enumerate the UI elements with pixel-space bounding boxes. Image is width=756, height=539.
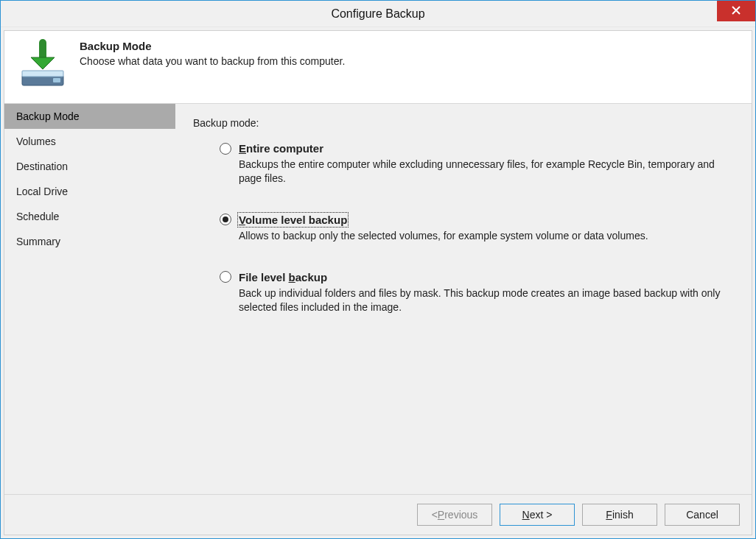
wizard-footer: < Previous Next > Finish Cancel bbox=[4, 494, 752, 535]
svg-rect-2 bbox=[53, 78, 60, 82]
header-text: Backup Mode Choose what data you want to… bbox=[80, 38, 345, 91]
next-button[interactable]: Next > bbox=[500, 504, 575, 526]
sidebar-item-backup-mode[interactable]: Backup Mode bbox=[4, 104, 175, 129]
previous-button: < Previous bbox=[417, 504, 492, 526]
cancel-button[interactable]: Cancel bbox=[665, 504, 740, 526]
option-volume-level: Volume level backup Allows to backup onl… bbox=[220, 214, 740, 243]
option-desc-volume-level: Allows to backup only the selected volum… bbox=[239, 229, 725, 243]
sidebar-item-local-drive[interactable]: Local Drive bbox=[4, 179, 175, 204]
option-row: Volume level backup bbox=[220, 214, 740, 226]
sidebar-item-summary[interactable]: Summary bbox=[4, 229, 175, 254]
wizard-window: Configure Backup Backup Mode bbox=[0, 0, 756, 539]
wizard-body: Backup Mode Volumes Destination Local Dr… bbox=[4, 104, 752, 494]
option-title-entire-computer[interactable]: Entire computer bbox=[239, 142, 323, 155]
sidebar-item-schedule[interactable]: Schedule bbox=[4, 204, 175, 229]
option-file-level: File level backup Back up individual fol… bbox=[220, 271, 740, 314]
radio-file-level[interactable] bbox=[220, 271, 231, 283]
backup-drive-icon bbox=[16, 38, 69, 91]
close-icon bbox=[732, 5, 741, 17]
wizard-header: Backup Mode Choose what data you want to… bbox=[4, 31, 752, 104]
radio-volume-level[interactable] bbox=[220, 214, 231, 225]
wizard-content: Backup mode: Entire computer Backups the… bbox=[175, 104, 752, 494]
option-entire-computer: Entire computer Backups the entire compu… bbox=[220, 142, 740, 186]
finish-button[interactable]: Finish bbox=[582, 504, 657, 526]
radio-entire-computer[interactable] bbox=[220, 143, 231, 155]
sidebar-item-destination[interactable]: Destination bbox=[4, 154, 175, 179]
option-desc-entire-computer: Backups the entire computer while exclud… bbox=[239, 158, 725, 186]
option-title-volume-level[interactable]: Volume level backup bbox=[239, 214, 347, 226]
option-title-file-level[interactable]: File level backup bbox=[239, 271, 327, 283]
titlebar: Configure Backup bbox=[1, 1, 755, 27]
header-title: Backup Mode bbox=[80, 40, 345, 52]
sidebar-item-volumes[interactable]: Volumes bbox=[4, 129, 175, 154]
backup-mode-options: Entire computer Backups the entire compu… bbox=[193, 142, 740, 314]
header-description: Choose what data you want to backup from… bbox=[80, 55, 345, 67]
option-row: File level backup bbox=[220, 271, 740, 283]
close-button[interactable] bbox=[717, 1, 755, 21]
content-label: Backup mode: bbox=[193, 117, 740, 129]
svg-rect-1 bbox=[22, 71, 63, 77]
wizard-sidebar: Backup Mode Volumes Destination Local Dr… bbox=[4, 104, 175, 494]
window-title: Configure Backup bbox=[331, 7, 424, 21]
wizard-inner: Backup Mode Choose what data you want to… bbox=[4, 30, 752, 535]
option-row: Entire computer bbox=[220, 142, 740, 155]
option-desc-file-level: Back up individual folders and files by … bbox=[239, 286, 725, 314]
